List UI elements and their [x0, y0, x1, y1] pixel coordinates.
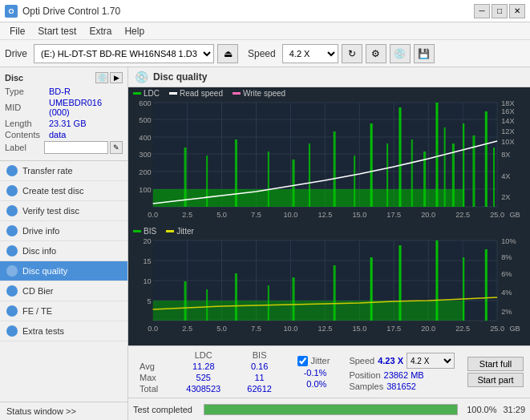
- legend-read-speed: Read speed: [169, 89, 223, 98]
- menu-extra[interactable]: Extra: [83, 24, 118, 38]
- verify-test-disc-icon: [6, 205, 18, 216]
- minimize-button[interactable]: ─: [474, 4, 490, 18]
- svg-text:400: 400: [139, 134, 151, 142]
- speed-row: Speed 4.23 X 4.2 X: [349, 353, 455, 369]
- status-window-button[interactable]: Status window >>: [0, 402, 127, 420]
- contents-value: data: [49, 130, 123, 139]
- progress-area: Test completed 100.0% 31:29: [128, 398, 530, 420]
- drive-select[interactable]: (E:) HL-DT-ST BD-RE WH16NS48 1.D3: [34, 44, 214, 63]
- progress-percent: 100.0%: [464, 405, 496, 414]
- progress-bar-fill: [204, 405, 457, 414]
- main-area: Disc 💿 ▶ Type BD-R MID UMEBDR016 (000) L…: [0, 67, 530, 420]
- menu-help[interactable]: Help: [118, 24, 151, 38]
- svg-text:7.5: 7.5: [251, 211, 261, 219]
- disc-icon-2[interactable]: ▶: [110, 72, 123, 83]
- disc-section: Disc 💿 ▶ Type BD-R MID UMEBDR016 (000) L…: [0, 67, 127, 161]
- disc-icon-1[interactable]: 💿: [95, 72, 108, 83]
- disc-info-icon: [6, 245, 18, 256]
- disc-button[interactable]: 💿: [390, 44, 411, 63]
- nav-drive-info[interactable]: Drive info: [0, 221, 127, 241]
- nav-cd-bier[interactable]: CD Bier: [0, 281, 127, 301]
- svg-text:4%: 4%: [501, 289, 512, 297]
- svg-text:0.0: 0.0: [148, 211, 158, 219]
- eject-button[interactable]: ⏏: [217, 44, 238, 63]
- jitter-avg-val: -0.1%: [297, 368, 330, 378]
- svg-text:15.0: 15.0: [352, 211, 366, 219]
- disc-mid-row: MID UMEBDR016 (000): [5, 98, 123, 117]
- svg-text:12.5: 12.5: [318, 325, 332, 333]
- fe-te-icon: [6, 305, 18, 317]
- avg-label: Avg: [135, 361, 172, 372]
- bis-avg: 0.16: [235, 361, 285, 372]
- jitter-checkbox[interactable]: [297, 356, 308, 366]
- total-row: Total 4308523 62612: [135, 383, 285, 394]
- max-row: Max 525 11: [135, 372, 285, 383]
- legend-jitter: Jitter: [166, 227, 194, 236]
- speed-stat-label: Speed: [349, 356, 374, 365]
- speed-stat-select[interactable]: 4.2 X: [407, 353, 455, 369]
- nav-extra-tests-label: Extra tests: [22, 326, 64, 336]
- menu-file[interactable]: File: [3, 24, 31, 38]
- nav-verify-test-disc[interactable]: Verify test disc: [0, 201, 127, 221]
- length-value: 23.31 GB: [49, 119, 123, 128]
- start-full-button[interactable]: Start full: [467, 357, 524, 371]
- start-part-button[interactable]: Start part: [467, 373, 524, 387]
- length-label: Length: [5, 119, 49, 128]
- label-input[interactable]: [44, 141, 108, 154]
- maximize-button[interactable]: □: [492, 4, 508, 18]
- svg-text:8X: 8X: [501, 151, 510, 159]
- svg-text:10%: 10%: [501, 237, 516, 245]
- svg-text:5.0: 5.0: [216, 325, 227, 333]
- empty-header: [135, 349, 172, 361]
- speed-label: Speed: [248, 48, 276, 59]
- left-panel: Disc 💿 ▶ Type BD-R MID UMEBDR016 (000) L…: [0, 67, 128, 420]
- close-button[interactable]: ✕: [509, 4, 525, 18]
- svg-text:18X: 18X: [501, 99, 514, 107]
- label-button[interactable]: ✎: [110, 141, 123, 154]
- svg-rect-109: [292, 277, 294, 321]
- nav-create-test-disc[interactable]: Create test disc: [0, 181, 127, 201]
- svg-rect-112: [399, 245, 401, 321]
- svg-text:20.0: 20.0: [421, 211, 435, 219]
- svg-rect-53: [354, 155, 355, 207]
- svg-rect-64: [485, 111, 488, 207]
- settings-button[interactable]: ⚙: [366, 44, 386, 63]
- svg-text:300: 300: [139, 151, 151, 159]
- disc-section-title: Disc: [5, 73, 23, 83]
- svg-text:GB: GB: [509, 211, 520, 219]
- jitter-header: Jitter: [297, 356, 330, 366]
- svg-text:17.5: 17.5: [386, 211, 401, 219]
- svg-text:15: 15: [143, 257, 151, 265]
- app-title: Opti Drive Control 1.70: [22, 6, 120, 17]
- svg-rect-63: [472, 135, 475, 207]
- save-button[interactable]: 💾: [414, 44, 435, 63]
- bis-total: 62612: [235, 383, 285, 394]
- refresh-button[interactable]: ↻: [342, 44, 362, 63]
- legend-jitter-label: Jitter: [176, 227, 194, 236]
- svg-rect-105: [184, 281, 187, 321]
- samples-label: Samples: [349, 382, 383, 391]
- svg-rect-57: [411, 139, 413, 207]
- svg-rect-46: [184, 147, 187, 207]
- svg-text:10: 10: [143, 277, 151, 285]
- nav-transfer-rate[interactable]: Transfer rate: [0, 161, 127, 181]
- speed-stat-value: 4.23 X: [378, 356, 403, 365]
- speed-select[interactable]: 4.2 X: [282, 44, 338, 63]
- lower-chart-svg: 20 15 10 5 10% 8% 6% 4% 2% 0.0 2.5 5.0 7…: [128, 237, 530, 337]
- svg-rect-52: [334, 131, 336, 207]
- nav-extra-tests[interactable]: Extra tests: [0, 321, 127, 341]
- disc-length-row: Length 23.31 GB: [5, 119, 123, 128]
- menu-start-test[interactable]: Start test: [31, 24, 83, 38]
- nav-fe-te[interactable]: FE / TE: [0, 301, 127, 321]
- svg-text:600: 600: [139, 99, 151, 107]
- titlebar-left: O Opti Drive Control 1.70: [5, 5, 120, 18]
- nav-disc-quality[interactable]: Disc quality: [0, 261, 127, 281]
- upper-chart-container: LDC Read speed Write speed: [128, 87, 530, 225]
- svg-rect-107: [235, 273, 237, 321]
- samples-value: 381652: [386, 382, 416, 391]
- svg-rect-50: [292, 160, 294, 207]
- nav-items: Transfer rate Create test disc Verify te…: [0, 161, 127, 402]
- nav-disc-info[interactable]: Disc info: [0, 241, 127, 261]
- svg-rect-108: [268, 285, 269, 321]
- ldc-total: 4308523: [172, 383, 235, 394]
